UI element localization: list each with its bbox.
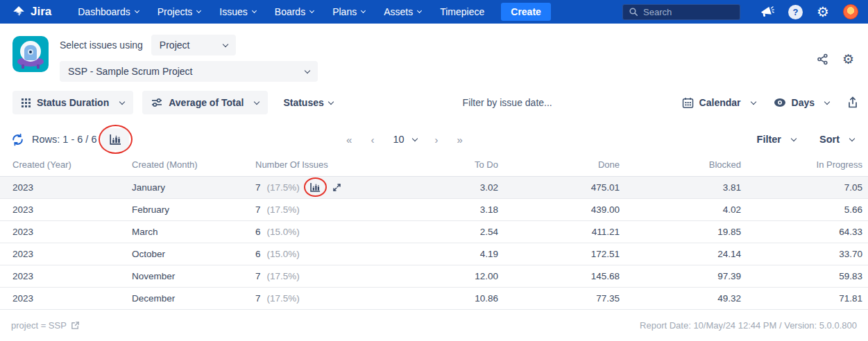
report-meta: Report Date: 10/May/24 12:44 PM / Versio… bbox=[640, 320, 857, 331]
share-icon[interactable] bbox=[817, 53, 828, 65]
expand-icon[interactable] bbox=[332, 183, 341, 192]
calendar-selector[interactable]: Calendar bbox=[682, 97, 756, 109]
grid-icon bbox=[22, 98, 31, 107]
search-input[interactable] bbox=[643, 7, 726, 17]
nav-item-issues[interactable]: Issues bbox=[219, 6, 255, 17]
source-mode-dropdown[interactable]: Project bbox=[151, 35, 236, 55]
open-in-new-icon bbox=[71, 321, 80, 330]
filter-dropdown[interactable]: Filter bbox=[757, 134, 796, 145]
chevron-down-icon bbox=[824, 98, 830, 104]
select-issues-label: Select issues using bbox=[60, 40, 143, 51]
table-row[interactable]: 2023 October 6(15.0%) 4.19 172.51 24.14 … bbox=[0, 243, 868, 265]
first-page-button[interactable]: « bbox=[346, 134, 352, 146]
table-header-row: Created (Year) Created (Month) Number Of… bbox=[0, 159, 868, 177]
refresh-icon[interactable] bbox=[11, 133, 24, 146]
chevron-down-icon bbox=[411, 135, 417, 141]
table-row[interactable]: 2023 December 7(17.5%) 10.86 77.35 49.32… bbox=[0, 288, 868, 310]
jira-logo-icon bbox=[11, 5, 26, 19]
eye-icon bbox=[774, 98, 786, 107]
table-row[interactable]: 2023 February 7(17.5%) 3.18 439.00 4.02 … bbox=[0, 199, 868, 221]
user-avatar[interactable] bbox=[843, 4, 858, 19]
settings-gear-icon[interactable]: ⚙ bbox=[817, 5, 829, 19]
issues-percent: (17.5%) bbox=[267, 293, 300, 304]
table-row[interactable]: 2023 March 6(15.0%) 2.54 411.21 19.85 64… bbox=[0, 221, 868, 243]
chevron-down-icon bbox=[252, 8, 257, 13]
sliders-icon bbox=[151, 97, 162, 108]
pagination: « ‹ 10 › » bbox=[91, 134, 718, 146]
top-nav: Jira Dashboards Projects Issues Boards P… bbox=[0, 0, 868, 24]
nav-item-timepiece[interactable]: Timepiece bbox=[440, 6, 484, 17]
nav-menu: Dashboards Projects Issues Boards Plans … bbox=[78, 6, 484, 17]
chevron-down-icon bbox=[305, 67, 310, 73]
nav-item-assets[interactable]: Assets bbox=[384, 6, 421, 17]
report-type-button[interactable]: Status Duration bbox=[12, 91, 133, 114]
page-size-dropdown[interactable]: 10 bbox=[393, 134, 416, 145]
issues-percent: (15.0%) bbox=[267, 249, 300, 259]
sort-dropdown[interactable]: Sort bbox=[819, 134, 854, 145]
last-page-button[interactable]: » bbox=[457, 134, 463, 146]
table-row[interactable]: 2023 January 7 (17.5%) bbox=[0, 177, 868, 199]
unit-selector[interactable]: Days bbox=[774, 97, 829, 108]
create-button[interactable]: Create bbox=[501, 3, 551, 21]
chevron-down-icon bbox=[119, 98, 125, 104]
nav-item-boards[interactable]: Boards bbox=[275, 6, 314, 17]
aggregation-button[interactable]: Average of Total bbox=[142, 91, 268, 114]
table-row[interactable]: 2023 November 7(17.5%) 12.00 145.68 97.3… bbox=[0, 265, 868, 288]
next-page-button[interactable]: › bbox=[435, 134, 439, 146]
chevron-down-icon bbox=[135, 8, 139, 13]
search-icon bbox=[629, 7, 638, 17]
issue-date-filter[interactable]: Filter by issue date... bbox=[333, 97, 682, 108]
row-chart-icon[interactable] bbox=[309, 182, 321, 193]
status-duration-table: Created (Year) Created (Month) Number Of… bbox=[0, 159, 868, 310]
statuses-button[interactable]: Statuses bbox=[283, 97, 332, 108]
issues-percent: (15.0%) bbox=[267, 227, 300, 237]
table-controls-bar: Rows: 1 - 6 / 6 « ‹ 10 › » Filter Sort bbox=[0, 126, 868, 152]
nav-item-projects[interactable]: Projects bbox=[158, 6, 201, 17]
chevron-down-icon bbox=[849, 135, 855, 141]
chevron-down-icon bbox=[223, 41, 228, 46]
col-header-in-progress[interactable]: In Progress bbox=[741, 159, 868, 177]
chevron-down-icon bbox=[254, 98, 259, 104]
chevron-down-icon bbox=[309, 8, 314, 13]
chevron-down-icon bbox=[417, 8, 422, 13]
col-header-number-of-issues[interactable]: Number Of Issues bbox=[255, 159, 377, 177]
chevron-down-icon bbox=[791, 135, 797, 141]
col-header-blocked[interactable]: Blocked bbox=[620, 159, 741, 177]
issue-source-selectors: Select issues using Project SSP - Sample… bbox=[60, 35, 318, 82]
export-button[interactable] bbox=[847, 96, 858, 109]
jira-report-page: Jira Dashboards Projects Issues Boards P… bbox=[0, 0, 868, 341]
issues-percent: (17.5%) bbox=[267, 271, 300, 281]
col-header-created-month[interactable]: Created (Month) bbox=[132, 159, 255, 177]
col-header-to-do[interactable]: To Do bbox=[377, 159, 498, 177]
help-icon[interactable]: ? bbox=[788, 5, 803, 19]
chevron-down-icon bbox=[750, 98, 756, 104]
report-settings-gear-icon[interactable]: ⚙ bbox=[842, 53, 854, 66]
nav-item-dashboards[interactable]: Dashboards bbox=[78, 6, 139, 17]
jql-link[interactable]: project = SSP bbox=[11, 320, 80, 331]
prev-page-button[interactable]: ‹ bbox=[371, 134, 375, 146]
nav-item-plans[interactable]: Plans bbox=[332, 6, 365, 17]
project-dropdown[interactable]: SSP - Sample Scrum Project bbox=[60, 61, 318, 82]
col-header-created-year[interactable]: Created (Year) bbox=[0, 159, 132, 177]
rows-count-label: Rows: 1 - 6 / 6 bbox=[32, 134, 96, 145]
report-toolbar: Status Duration Average of Total Statuse… bbox=[0, 90, 868, 115]
brand-name: Jira bbox=[31, 5, 51, 19]
search-box[interactable] bbox=[622, 4, 740, 20]
nav-icon-group: ? ⚙ bbox=[760, 4, 858, 19]
issues-percent: (17.5%) bbox=[267, 204, 300, 215]
calendar-icon bbox=[682, 97, 694, 109]
export-icon bbox=[847, 96, 858, 109]
app-ufo-icon bbox=[12, 36, 49, 72]
chevron-down-icon bbox=[361, 8, 366, 13]
jira-logo[interactable]: Jira bbox=[11, 5, 51, 19]
announcement-icon[interactable] bbox=[760, 6, 774, 18]
report-footer: project = SSP Report Date: 10/May/24 12:… bbox=[0, 317, 868, 333]
chevron-down-icon bbox=[196, 8, 201, 13]
header-actions: ⚙ bbox=[817, 53, 858, 66]
report-header: Select issues using Project SSP - Sample… bbox=[0, 24, 868, 87]
issues-percent: (17.5%) bbox=[267, 182, 300, 193]
col-header-done[interactable]: Done bbox=[498, 159, 620, 177]
